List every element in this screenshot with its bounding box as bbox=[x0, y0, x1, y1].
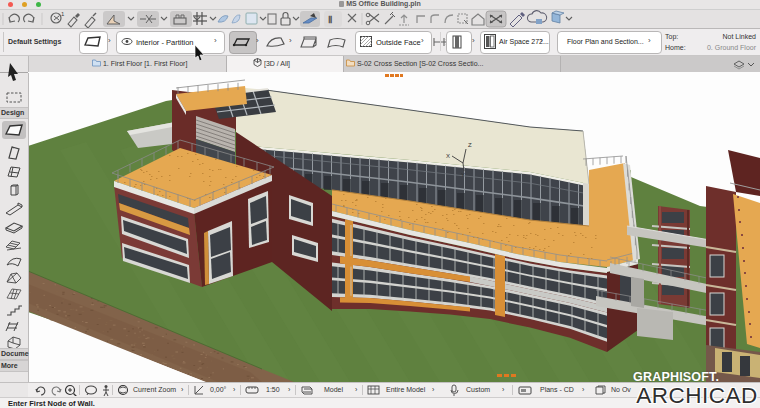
svg-text:Y: Y bbox=[461, 172, 465, 178]
svg-text:X: X bbox=[446, 153, 450, 159]
svg-text:Z: Z bbox=[468, 142, 472, 148]
svg-text:1: 1 bbox=[61, 11, 65, 17]
svg-text:Ⅱ: Ⅱ bbox=[328, 15, 332, 25]
